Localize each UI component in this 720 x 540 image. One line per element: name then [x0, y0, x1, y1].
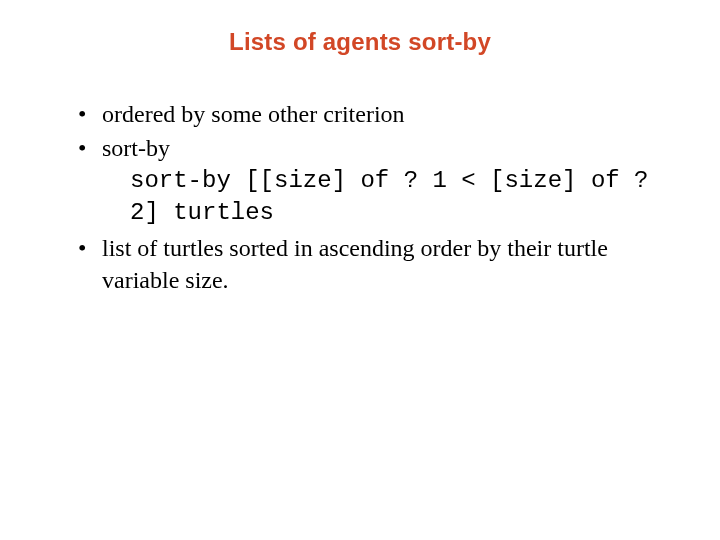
bullet-text: list of turtles sorted in ascending orde…: [102, 235, 608, 293]
list-item: sort-by sort-by [[size] of ? 1 < [size] …: [78, 132, 670, 229]
list-item: ordered by some other criterion: [78, 98, 670, 130]
code-block: sort-by [[size] of ? 1 < [size] of ? 2] …: [102, 165, 670, 230]
bullet-text: ordered by some other criterion: [102, 101, 405, 127]
slide-title: Lists of agents sort-by: [50, 28, 670, 56]
bullet-text: sort-by: [102, 135, 170, 161]
list-item: list of turtles sorted in ascending orde…: [78, 232, 670, 297]
bullet-list: ordered by some other criterion sort-by …: [50, 98, 670, 296]
